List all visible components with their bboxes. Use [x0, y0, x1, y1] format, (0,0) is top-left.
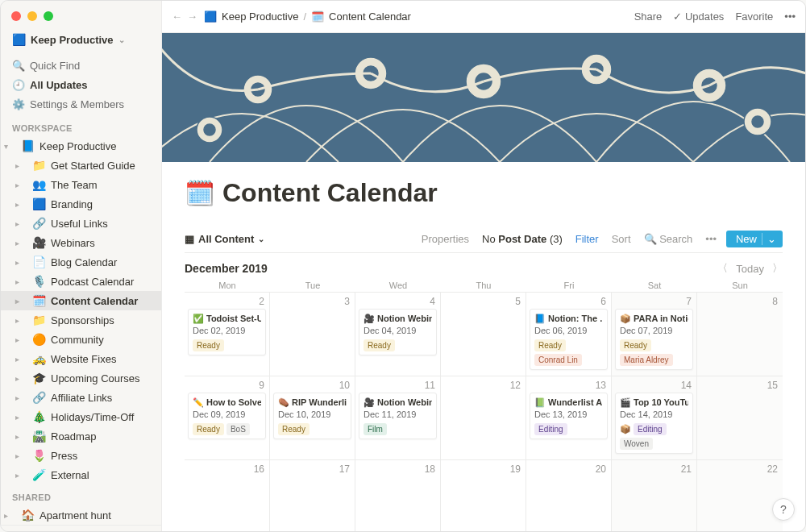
calendar-event[interactable]: 📘Notion: The ... Dec 06, 2019 ReadyConra…: [530, 309, 608, 370]
properties-button[interactable]: Properties: [418, 231, 472, 247]
new-button[interactable]: New ⌄: [726, 231, 783, 247]
calendar-cell[interactable]: 16: [185, 460, 270, 531]
caret-right-icon[interactable]: ▸: [15, 181, 27, 189]
calendar-cell[interactable]: 6📘Notion: The ... Dec 06, 2019 ReadyConr…: [526, 293, 612, 376]
calendar-cell[interactable]: 8: [697, 293, 783, 376]
view-selector[interactable]: ▦ All Content ⌄: [185, 233, 264, 245]
caret-right-icon[interactable]: ▸: [15, 200, 27, 209]
caret-right-icon[interactable]: ▸: [15, 432, 27, 441]
calendar-cell[interactable]: 10⚰️RIP Wunderli... Dec 10, 2019 Ready: [270, 376, 355, 460]
sidebar-item[interactable]: ▸ 🧪 External: [1, 465, 161, 484]
calendar-cell[interactable]: 21: [612, 460, 697, 531]
sidebar-item[interactable]: ▸ 🎥 Webinars: [1, 233, 161, 252]
sort-button[interactable]: Sort: [609, 231, 634, 247]
calendar-event[interactable]: 📦PARA in Notion Dec 07, 2019 ReadyMaria …: [615, 309, 693, 370]
favorite-button[interactable]: Favorite: [735, 10, 773, 23]
nav-back[interactable]: ←: [172, 10, 182, 23]
calendar-cell[interactable]: 19: [441, 460, 526, 531]
sidebar-item[interactable]: ▸ 🚕 Website Fixes: [1, 349, 161, 368]
caret-right-icon[interactable]: ▸: [15, 355, 27, 364]
sidebar-item[interactable]: ▸ 🟦 Branding: [1, 194, 161, 214]
page-title[interactable]: 🗓️ Content Calendar: [185, 178, 783, 208]
calendar-cell[interactable]: 4🎥Notion Webin... Dec 04, 2019 Ready: [355, 293, 441, 376]
sidebar-item[interactable]: ▸ 🟠 Community: [1, 330, 161, 349]
calendar-cell[interactable]: 11🎥Notion Webin... Dec 11, 2019 Film: [355, 376, 441, 460]
sidebar-item[interactable]: ▸ 🌷 Press: [1, 446, 161, 465]
sidebar-item[interactable]: ▸ 🛣️ Roadmap: [1, 426, 161, 446]
caret-right-icon[interactable]: ▸: [15, 335, 27, 344]
caret-right-icon[interactable]: ▸: [15, 219, 27, 228]
calendar-cell[interactable]: 18: [355, 460, 441, 531]
calendar-event[interactable]: 📗Wunderlist Al... Dec 13, 2019 Editing: [530, 393, 608, 439]
caret-right-icon[interactable]: ▸: [15, 316, 27, 325]
caret-right-icon[interactable]: ▸: [15, 471, 27, 480]
all-updates[interactable]: 🕘 All Updates: [1, 75, 161, 94]
page-icon[interactable]: 🗓️: [185, 179, 214, 207]
sidebar-item[interactable]: ▸ 📁 Sponsorships: [1, 310, 161, 330]
sidebar-root[interactable]: ▾ 📘 Keep Productive: [1, 136, 161, 156]
calendar-cell[interactable]: 14🎬Top 10 YouTu... Dec 14, 2019 📦 Editin…: [612, 376, 697, 460]
sidebar-shared-item[interactable]: ▸ 🏠 Apartment hunt: [1, 505, 161, 525]
sidebar-item[interactable]: ▸ 🔗 Useful Links: [1, 214, 161, 233]
caret-right-icon[interactable]: ▸: [15, 413, 27, 422]
quick-find[interactable]: 🔍 Quick Find: [1, 56, 161, 75]
updates-button[interactable]: ✓ Updates: [673, 10, 724, 23]
caret-right-icon[interactable]: ▸: [15, 239, 27, 247]
calendar-cell[interactable]: 5: [441, 293, 526, 376]
nav-forward[interactable]: →: [187, 10, 197, 23]
caret-right-icon[interactable]: ▸: [15, 374, 27, 383]
calendar-cell[interactable]: 12: [441, 376, 526, 460]
caret-right-icon[interactable]: ▸: [15, 277, 27, 286]
caret-down-icon[interactable]: ▾: [4, 142, 15, 151]
calendar-cell[interactable]: 9✏️How to Solve... Dec 09, 2019 ReadyBoS: [185, 376, 270, 460]
calendar-cell[interactable]: 13📗Wunderlist Al... Dec 13, 2019 Editing: [526, 376, 612, 460]
calendar-event[interactable]: ⚰️RIP Wunderli... Dec 10, 2019 Ready: [273, 393, 351, 439]
calendar-event[interactable]: 🎬Top 10 YouTu... Dec 14, 2019 📦 EditingW…: [615, 393, 693, 454]
calendar-cell[interactable]: 3: [270, 293, 355, 376]
caret-right-icon[interactable]: ▸: [4, 511, 15, 520]
cal-today[interactable]: Today: [736, 263, 764, 275]
calendar-cell[interactable]: 22: [697, 460, 783, 531]
filter-button[interactable]: Filter: [572, 231, 602, 247]
chevron-down-icon[interactable]: ⌄: [762, 233, 776, 245]
breadcrumb-root[interactable]: Keep Productive: [222, 10, 298, 23]
sidebar-item[interactable]: ▸ 🎓 Upcoming Courses: [1, 368, 161, 388]
search-button[interactable]: 🔍 Search: [641, 231, 696, 247]
caret-right-icon[interactable]: ▸: [15, 451, 27, 460]
calendar-cell[interactable]: 15: [697, 376, 783, 460]
caret-right-icon[interactable]: ▸: [15, 258, 27, 267]
no-post-date[interactable]: No Post Date (3): [479, 231, 566, 247]
sidebar-item[interactable]: ▸ 🎄 Holidays/Time-Off: [1, 407, 161, 426]
caret-right-icon[interactable]: ▸: [15, 393, 27, 402]
sidebar-item[interactable]: ▸ 🗓️ Content Calendar: [1, 291, 161, 310]
cover-image[interactable]: [162, 33, 805, 162]
cal-prev[interactable]: 〈: [717, 261, 728, 276]
window-close[interactable]: [11, 11, 21, 21]
calendar-event[interactable]: 🎥Notion Webin... Dec 04, 2019 Ready: [359, 309, 437, 355]
calendar-event[interactable]: ✅Todoist Set-Up Dec 02, 2019 Ready: [188, 309, 266, 355]
cal-next[interactable]: 〉: [772, 261, 783, 276]
sidebar-item[interactable]: ▸ 🔗 Affiliate Links: [1, 388, 161, 407]
calendar-cell[interactable]: 2✅Todoist Set-Up Dec 02, 2019 Ready: [185, 293, 270, 376]
calendar-cell[interactable]: 17: [270, 460, 355, 531]
window-maximize[interactable]: [44, 11, 53, 21]
sidebar-item[interactable]: ▸ 🎙️ Podcast Calendar: [1, 272, 161, 291]
share-button[interactable]: Share: [634, 10, 663, 23]
sidebar-item[interactable]: ▸ 👥 The Team: [1, 175, 161, 194]
new-page-button[interactable]: ＋ New Page: [1, 525, 161, 531]
help-button[interactable]: ?: [772, 498, 795, 521]
sidebar-item[interactable]: ▸ 📄 Blog Calendar: [1, 252, 161, 272]
workspace-switcher[interactable]: 🟦 Keep Productive ⌄: [1, 30, 161, 54]
calendar-event[interactable]: 🎥Notion Webin... Dec 11, 2019 Film: [359, 393, 437, 439]
more-icon[interactable]: •••: [784, 10, 796, 23]
caret-right-icon[interactable]: ▸: [15, 297, 27, 305]
breadcrumb-page[interactable]: Content Calendar: [329, 10, 411, 23]
breadcrumb[interactable]: 🟦 Keep Productive / 🗓️ Content Calendar: [204, 10, 411, 23]
more-options[interactable]: •••: [702, 231, 720, 247]
caret-right-icon[interactable]: ▸: [15, 161, 27, 170]
calendar-cell[interactable]: 20: [526, 460, 612, 531]
settings-members[interactable]: ⚙️ Settings & Members: [1, 94, 161, 114]
calendar-cell[interactable]: 7📦PARA in Notion Dec 07, 2019 ReadyMaria…: [612, 293, 697, 376]
window-minimize[interactable]: [27, 11, 37, 21]
sidebar-item[interactable]: ▸ 📁 Get Started Guide: [1, 156, 161, 175]
